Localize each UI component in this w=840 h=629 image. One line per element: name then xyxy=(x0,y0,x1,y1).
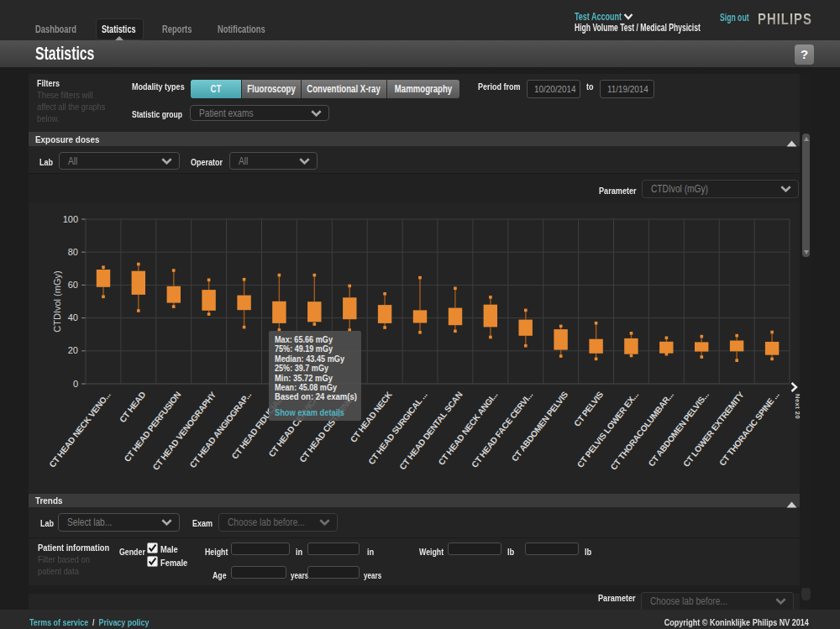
svg-text:CT THORACOLUMBAR...: CT THORACOLUMBAR... xyxy=(609,390,676,472)
svg-text:CT HEAD SURGICAL ...: CT HEAD SURGICAL ... xyxy=(366,390,428,466)
svg-text:CT HEAD: CT HEAD xyxy=(118,390,147,424)
svg-text:100: 100 xyxy=(63,214,78,224)
svg-text:CT ABDOMEN PELVIS...: CT ABDOMEN PELVIS... xyxy=(647,390,711,468)
svg-text:20: 20 xyxy=(68,345,78,355)
svg-text:0: 0 xyxy=(73,379,78,389)
svg-text:CT PELVIS: CT PELVIS xyxy=(572,390,605,428)
svg-text:Min: 35.72 mGy: Min: 35.72 mGy xyxy=(275,374,333,383)
svg-text:75%: 49.19 mGy: 75%: 49.19 mGy xyxy=(275,344,333,354)
svg-text:CT HEAD VENOGRAPHY: CT HEAD VENOGRAPHY xyxy=(151,390,218,472)
svg-text:25%: 39.7 mGy: 25%: 39.7 mGy xyxy=(275,364,328,373)
svg-text:CT HEAD NECK ANGI...: CT HEAD NECK ANGI... xyxy=(437,390,500,467)
svg-text:Based on: 24 exam(s): Based on: 24 exam(s) xyxy=(275,392,357,401)
svg-text:CT HEAD FACE CERVI...: CT HEAD FACE CERVI... xyxy=(470,390,534,469)
svg-text:CT THORACIC SPINE ...: CT THORACIC SPINE ... xyxy=(717,390,781,468)
svg-text:CT PELVIS LOWER EX...: CT PELVIS LOWER EX... xyxy=(575,390,640,469)
svg-text:CT LOWER EXTREMITY: CT LOWER EXTREMITY xyxy=(681,390,746,469)
svg-text:Max: 65.66 mGy: Max: 65.66 mGy xyxy=(275,335,333,344)
svg-text:CTDIvol (mGy): CTDIvol (mGy) xyxy=(52,270,62,332)
svg-text:60: 60 xyxy=(68,280,78,290)
svg-text:CT HEAD ANGIOGRAP...: CT HEAD ANGIOGRAP... xyxy=(188,390,254,469)
svg-text:Show exam details: Show exam details xyxy=(275,408,344,417)
svg-text:80: 80 xyxy=(68,247,78,257)
svg-text:Median: 43.45 mGy: Median: 43.45 mGy xyxy=(275,354,344,364)
svg-text:40: 40 xyxy=(68,312,78,322)
svg-text:CT HEAD DENTAL SCAN: CT HEAD DENTAL SCAN xyxy=(397,390,464,471)
svg-text:CT HEAD NECK VENO...: CT HEAD NECK VENO... xyxy=(47,390,112,469)
svg-text:Mean: 45.08 mGy: Mean: 45.08 mGy xyxy=(275,383,337,392)
